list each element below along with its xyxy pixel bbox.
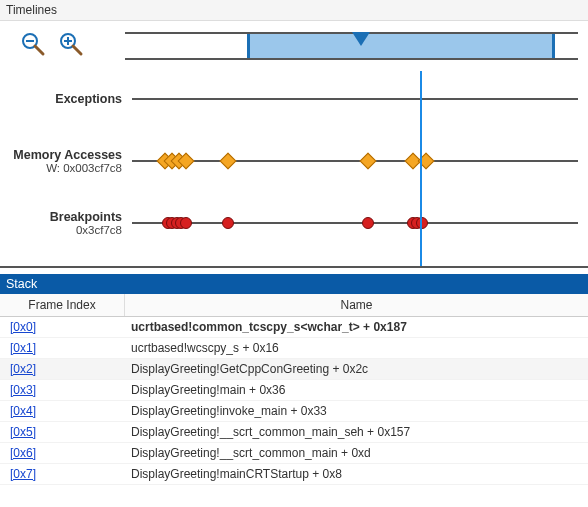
frame-index-cell: [0x0]	[0, 320, 125, 334]
stack-row[interactable]: [0x5]DisplayGreeting!__scrt_common_main_…	[0, 422, 588, 443]
frame-index-cell: [0x6]	[0, 446, 125, 460]
timelines-panel: ExceptionsMemory AccessesW: 0x003cf7c8Br…	[0, 21, 588, 268]
frame-index-cell: [0x2]	[0, 362, 125, 376]
col-name[interactable]: Name	[125, 294, 588, 316]
frame-index-link[interactable]: [0x2]	[10, 362, 36, 376]
overview-playhead-marker[interactable]	[352, 32, 370, 46]
track-subtitle: W: 0x003cf7c8	[0, 162, 122, 174]
stack-row[interactable]: [0x3]DisplayGreeting!main + 0x36	[0, 380, 588, 401]
frame-index-link[interactable]: [0x5]	[10, 425, 36, 439]
stack-row[interactable]: [0x7]DisplayGreeting!mainCRTStartup + 0x…	[0, 464, 588, 485]
track-label: Breakpoints0x3cf7c8	[0, 210, 132, 236]
frame-index-link[interactable]: [0x6]	[10, 446, 36, 460]
overview-timeline[interactable]	[125, 32, 578, 60]
frame-index-link[interactable]: [0x7]	[10, 467, 36, 481]
frame-index-link[interactable]: [0x1]	[10, 341, 36, 355]
track-memory-accesses: Memory AccessesW: 0x003cf7c8	[0, 130, 588, 192]
track-line[interactable]	[132, 222, 578, 224]
frame-index-cell: [0x5]	[0, 425, 125, 439]
frame-index-cell: [0x7]	[0, 467, 125, 481]
track-line[interactable]	[132, 160, 578, 162]
track-title: Breakpoints	[0, 210, 122, 224]
track-line[interactable]	[132, 98, 578, 100]
track-title: Exceptions	[0, 92, 122, 106]
track-label: Memory AccessesW: 0x003cf7c8	[0, 148, 132, 174]
stack-row[interactable]: [0x0]ucrtbased!common_tcscpy_s<wchar_t> …	[0, 317, 588, 338]
zoom-out-icon[interactable]	[20, 31, 46, 60]
memory-access-marker[interactable]	[360, 153, 377, 170]
frame-name-cell: DisplayGreeting!mainCRTStartup + 0x8	[125, 467, 588, 481]
frame-index-cell: [0x1]	[0, 341, 125, 355]
zoom-row	[0, 29, 588, 68]
memory-access-marker[interactable]	[219, 153, 236, 170]
stack-row[interactable]: [0x4]DisplayGreeting!invoke_main + 0x33	[0, 401, 588, 422]
track-label: Exceptions	[0, 92, 132, 106]
breakpoint-marker[interactable]	[222, 217, 234, 229]
breakpoint-marker[interactable]	[180, 217, 192, 229]
stack-row[interactable]: [0x6]DisplayGreeting!__scrt_common_main …	[0, 443, 588, 464]
frame-name-cell: DisplayGreeting!main + 0x36	[125, 383, 588, 397]
overview-selection[interactable]	[247, 34, 555, 58]
frame-name-cell: DisplayGreeting!__scrt_common_main + 0xd	[125, 446, 588, 460]
track-subtitle: 0x3cf7c8	[0, 224, 122, 236]
stack-row[interactable]: [0x1]ucrtbased!wcscpy_s + 0x16	[0, 338, 588, 359]
stack-header: Frame Index Name	[0, 294, 588, 317]
zoom-in-icon[interactable]	[58, 31, 84, 60]
frame-name-cell: DisplayGreeting!GetCppConGreeting + 0x2c	[125, 362, 588, 376]
breakpoint-marker[interactable]	[416, 217, 428, 229]
playhead[interactable]	[420, 71, 422, 266]
svg-line-6	[73, 46, 81, 54]
stack-panel: Stack Frame Index Name [0x0]ucrtbased!co…	[0, 274, 588, 485]
frame-name-cell: DisplayGreeting!__scrt_common_main_seh +…	[125, 425, 588, 439]
svg-line-2	[35, 46, 43, 54]
col-frame-index[interactable]: Frame Index	[0, 294, 125, 316]
stack-title: Stack	[0, 274, 588, 294]
frame-index-link[interactable]: [0x3]	[10, 383, 36, 397]
timelines-title: Timelines	[0, 0, 588, 21]
frame-name-cell: DisplayGreeting!invoke_main + 0x33	[125, 404, 588, 418]
track-breakpoints: Breakpoints0x3cf7c8	[0, 192, 588, 254]
frame-name-cell: ucrtbased!wcscpy_s + 0x16	[125, 341, 588, 355]
frame-index-link[interactable]: [0x0]	[10, 320, 36, 334]
frame-index-cell: [0x4]	[0, 404, 125, 418]
frame-name-cell: ucrtbased!common_tcscpy_s<wchar_t> + 0x1…	[125, 320, 588, 334]
frame-index-link[interactable]: [0x4]	[10, 404, 36, 418]
stack-row[interactable]: [0x2]DisplayGreeting!GetCppConGreeting +…	[0, 359, 588, 380]
frame-index-cell: [0x3]	[0, 383, 125, 397]
breakpoint-marker[interactable]	[362, 217, 374, 229]
track-title: Memory Accesses	[0, 148, 122, 162]
track-exceptions: Exceptions	[0, 68, 588, 130]
